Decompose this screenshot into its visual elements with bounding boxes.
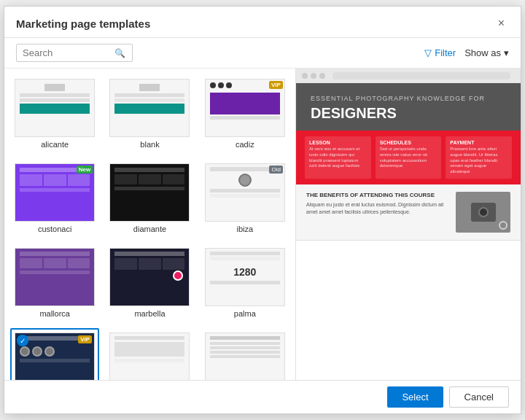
selected-check-icon: ✓: [17, 335, 28, 346]
template-thumb-palma: 1280: [205, 248, 285, 306]
chevron-down-icon: ▾: [504, 47, 509, 58]
dialog-toolbar: 🔍 ▽ Filter Show as ▾: [4, 38, 521, 69]
close-button[interactable]: ×: [494, 15, 509, 31]
show-as-button[interactable]: Show as ▾: [464, 47, 509, 58]
template-name-ibiza: ibiza: [237, 225, 254, 233]
preview-bottom-title: THE BENEFITS OF ATTENDING THIS COURSE: [306, 192, 448, 198]
template-name-mallorca: mallorca: [39, 309, 70, 318]
template-item-custonaci[interactable]: New custonaci: [10, 159, 99, 238]
card-payment-title: PAYMENT: [450, 140, 508, 145]
card-lesson-title: LESSON: [309, 140, 367, 145]
template-thumb-custonaci: New: [15, 163, 95, 222]
template-grid: alicante blank: [4, 69, 295, 380]
preview-camera-image: [456, 192, 510, 233]
template-name-blank: blank: [140, 140, 159, 149]
select-button[interactable]: Select: [387, 386, 443, 408]
template-thumb-struct1: [205, 332, 285, 380]
preview-hero-subtitle: ESSENTIAL PHOTOGRAPHY KNOWLEDGE FOR: [311, 95, 506, 102]
template-name-custonaci: custonaci: [38, 225, 71, 233]
template-thumb-diamante: [109, 163, 190, 222]
preview-panel: ESSENTIAL PHOTOGRAPHY KNOWLEDGE FOR DESI…: [296, 69, 521, 380]
template-item-blank[interactable]: blank: [105, 74, 194, 153]
cancel-button[interactable]: Cancel: [449, 386, 509, 408]
template-item-alicante[interactable]: alicante: [10, 74, 99, 153]
preview-card-payment: PAYMENT Praesent lore ante alteri augue …: [446, 136, 512, 179]
filter-button[interactable]: ▽ Filter: [424, 47, 456, 58]
card-lesson-text: At vero eos et accusam et iusto odio dig…: [309, 147, 367, 169]
preview-cards-section: LESSON At vero eos et accusam et iusto o…: [296, 131, 521, 184]
marketing-templates-dialog: Marketing page templates × 🔍 ▽ Filter Sh…: [4, 6, 521, 414]
template-item-sitges[interactable]: sitges: [105, 328, 194, 380]
preview-hero-title: DESIGNERS: [311, 104, 506, 122]
filter-icon: ▽: [424, 47, 432, 58]
preview-bottom-section: THE BENEFITS OF ATTENDING THIS COURSE Al…: [296, 184, 521, 241]
badge-old: Old: [269, 166, 282, 174]
badge-vip: VIP: [269, 81, 283, 89]
template-item-struct1[interactable]: struct-1: [201, 328, 289, 380]
preview-content: ESSENTIAL PHOTOGRAPHY KNOWLEDGE FOR DESI…: [296, 69, 521, 380]
search-icon: 🔍: [114, 48, 125, 58]
template-name-palma: palma: [234, 309, 256, 318]
template-item-cadiz[interactable]: VIP cadiz: [201, 74, 289, 153]
preview-card-lesson: LESSON At vero eos et accusam et iusto o…: [305, 136, 371, 179]
template-name-alicante: alicante: [41, 140, 69, 149]
template-thumb-sansebastian: VIP ✓: [15, 332, 95, 380]
template-item-marbella[interactable]: marbella: [105, 244, 194, 322]
template-name-marbella: marbella: [134, 309, 165, 318]
template-thumb-blank: [109, 79, 190, 137]
template-grid-panel: alicante blank: [4, 69, 296, 380]
template-item-sansebastian[interactable]: VIP ✓ san sebastian: [10, 328, 99, 380]
toolbar-right: ▽ Filter Show as ▾: [424, 47, 509, 58]
template-item-mallorca[interactable]: mallorca: [10, 244, 99, 322]
template-item-palma[interactable]: 1280 palma: [201, 244, 289, 322]
filter-label: Filter: [435, 47, 456, 58]
template-thumb-ibiza: Old: [205, 163, 285, 222]
dialog-body: alicante blank: [4, 69, 521, 380]
dialog-header: Marketing page templates ×: [4, 7, 521, 38]
template-thumb-sitges: [109, 332, 190, 380]
template-name-cadiz: cadiz: [236, 140, 254, 149]
preview-image: ESSENTIAL PHOTOGRAPHY KNOWLEDGE FOR DESI…: [296, 69, 521, 380]
search-input[interactable]: [23, 47, 110, 58]
template-name-diamante: diamante: [133, 225, 166, 233]
show-as-label: Show as: [464, 47, 501, 58]
dialog-title: Marketing page templates: [16, 18, 150, 30]
template-item-ibiza[interactable]: Old ibiza: [201, 159, 289, 238]
search-box: 🔍: [16, 44, 133, 62]
card-schedules-text: Sed ut perspiciatis unde omnis iste natu…: [380, 147, 438, 169]
preview-card-schedules: SCHEDULES Sed ut perspiciatis unde omnis…: [376, 136, 442, 179]
badge-new: New: [77, 166, 93, 174]
card-schedules-title: SCHEDULES: [380, 140, 438, 145]
template-thumb-mallorca: [15, 248, 95, 306]
preview-bottom-text-area: THE BENEFITS OF ATTENDING THIS COURSE Al…: [306, 192, 448, 217]
card-payment-text: Praesent lore ante alteri augue blandit.…: [450, 147, 508, 175]
template-item-diamante[interactable]: diamante: [105, 159, 194, 238]
dialog-footer: Select Cancel: [4, 380, 521, 413]
template-thumb-cadiz: VIP: [205, 79, 285, 137]
template-thumb-alicante: [15, 79, 95, 137]
template-thumb-marbella: [109, 248, 190, 306]
preview-bottom-text: Aliquam eu justo et erat luctus euismod.…: [306, 201, 448, 217]
